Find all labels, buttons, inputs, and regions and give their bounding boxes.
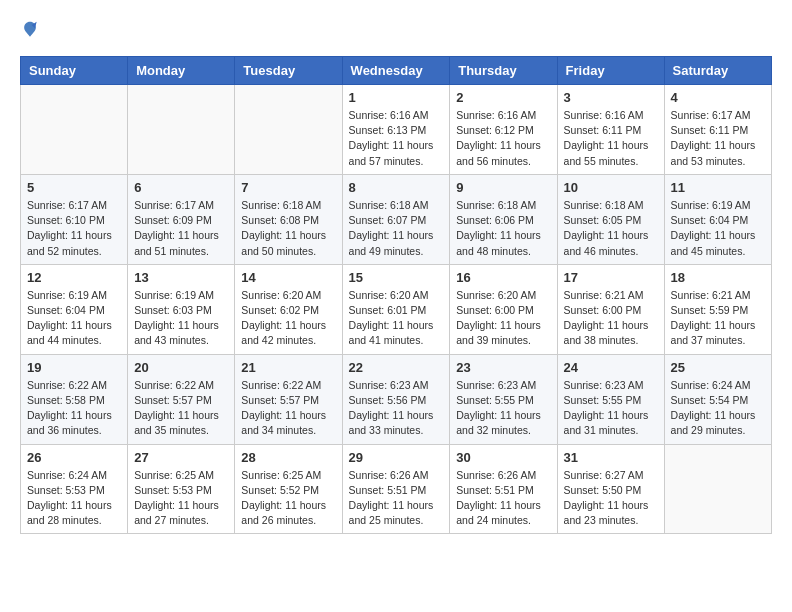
calendar-cell: 1Sunrise: 6:16 AM Sunset: 6:13 PM Daylig… <box>342 85 450 175</box>
day-info: Sunrise: 6:23 AM Sunset: 5:55 PM Dayligh… <box>456 378 550 439</box>
calendar-cell: 30Sunrise: 6:26 AM Sunset: 5:51 PM Dayli… <box>450 444 557 534</box>
day-info: Sunrise: 6:19 AM Sunset: 6:04 PM Dayligh… <box>27 288 121 349</box>
day-info: Sunrise: 6:17 AM Sunset: 6:10 PM Dayligh… <box>27 198 121 259</box>
calendar-cell: 17Sunrise: 6:21 AM Sunset: 6:00 PM Dayli… <box>557 264 664 354</box>
calendar-header-friday: Friday <box>557 57 664 85</box>
day-number: 29 <box>349 450 444 465</box>
day-number: 15 <box>349 270 444 285</box>
day-number: 19 <box>27 360 121 375</box>
calendar-cell: 15Sunrise: 6:20 AM Sunset: 6:01 PM Dayli… <box>342 264 450 354</box>
day-info: Sunrise: 6:20 AM Sunset: 6:02 PM Dayligh… <box>241 288 335 349</box>
calendar-header-saturday: Saturday <box>664 57 771 85</box>
calendar-cell: 12Sunrise: 6:19 AM Sunset: 6:04 PM Dayli… <box>21 264 128 354</box>
day-info: Sunrise: 6:18 AM Sunset: 6:08 PM Dayligh… <box>241 198 335 259</box>
calendar-cell <box>235 85 342 175</box>
day-info: Sunrise: 6:23 AM Sunset: 5:55 PM Dayligh… <box>564 378 658 439</box>
calendar-cell: 20Sunrise: 6:22 AM Sunset: 5:57 PM Dayli… <box>128 354 235 444</box>
calendar-cell: 19Sunrise: 6:22 AM Sunset: 5:58 PM Dayli… <box>21 354 128 444</box>
day-number: 18 <box>671 270 765 285</box>
calendar-cell: 4Sunrise: 6:17 AM Sunset: 6:11 PM Daylig… <box>664 85 771 175</box>
day-info: Sunrise: 6:18 AM Sunset: 6:05 PM Dayligh… <box>564 198 658 259</box>
day-info: Sunrise: 6:16 AM Sunset: 6:12 PM Dayligh… <box>456 108 550 169</box>
day-number: 25 <box>671 360 765 375</box>
day-number: 9 <box>456 180 550 195</box>
day-number: 8 <box>349 180 444 195</box>
calendar-header-row: SundayMondayTuesdayWednesdayThursdayFrid… <box>21 57 772 85</box>
calendar-cell: 31Sunrise: 6:27 AM Sunset: 5:50 PM Dayli… <box>557 444 664 534</box>
day-info: Sunrise: 6:24 AM Sunset: 5:54 PM Dayligh… <box>671 378 765 439</box>
page-header <box>20 20 772 40</box>
calendar-cell: 16Sunrise: 6:20 AM Sunset: 6:00 PM Dayli… <box>450 264 557 354</box>
day-info: Sunrise: 6:22 AM Sunset: 5:57 PM Dayligh… <box>134 378 228 439</box>
day-number: 26 <box>27 450 121 465</box>
calendar-week-row: 5Sunrise: 6:17 AM Sunset: 6:10 PM Daylig… <box>21 174 772 264</box>
day-info: Sunrise: 6:19 AM Sunset: 6:03 PM Dayligh… <box>134 288 228 349</box>
calendar-cell: 11Sunrise: 6:19 AM Sunset: 6:04 PM Dayli… <box>664 174 771 264</box>
day-number: 13 <box>134 270 228 285</box>
day-number: 6 <box>134 180 228 195</box>
day-info: Sunrise: 6:18 AM Sunset: 6:06 PM Dayligh… <box>456 198 550 259</box>
day-info: Sunrise: 6:21 AM Sunset: 5:59 PM Dayligh… <box>671 288 765 349</box>
day-number: 28 <box>241 450 335 465</box>
day-number: 31 <box>564 450 658 465</box>
day-info: Sunrise: 6:16 AM Sunset: 6:11 PM Dayligh… <box>564 108 658 169</box>
day-info: Sunrise: 6:16 AM Sunset: 6:13 PM Dayligh… <box>349 108 444 169</box>
day-info: Sunrise: 6:20 AM Sunset: 6:01 PM Dayligh… <box>349 288 444 349</box>
day-number: 3 <box>564 90 658 105</box>
calendar-cell: 9Sunrise: 6:18 AM Sunset: 6:06 PM Daylig… <box>450 174 557 264</box>
day-info: Sunrise: 6:17 AM Sunset: 6:09 PM Dayligh… <box>134 198 228 259</box>
calendar-cell: 7Sunrise: 6:18 AM Sunset: 6:08 PM Daylig… <box>235 174 342 264</box>
calendar-cell <box>664 444 771 534</box>
calendar-cell: 8Sunrise: 6:18 AM Sunset: 6:07 PM Daylig… <box>342 174 450 264</box>
calendar-cell: 10Sunrise: 6:18 AM Sunset: 6:05 PM Dayli… <box>557 174 664 264</box>
calendar-cell <box>128 85 235 175</box>
day-info: Sunrise: 6:23 AM Sunset: 5:56 PM Dayligh… <box>349 378 444 439</box>
calendar-week-row: 12Sunrise: 6:19 AM Sunset: 6:04 PM Dayli… <box>21 264 772 354</box>
calendar-cell: 6Sunrise: 6:17 AM Sunset: 6:09 PM Daylig… <box>128 174 235 264</box>
calendar-week-row: 1Sunrise: 6:16 AM Sunset: 6:13 PM Daylig… <box>21 85 772 175</box>
logo <box>20 20 44 40</box>
calendar-cell: 22Sunrise: 6:23 AM Sunset: 5:56 PM Dayli… <box>342 354 450 444</box>
day-number: 16 <box>456 270 550 285</box>
day-info: Sunrise: 6:24 AM Sunset: 5:53 PM Dayligh… <box>27 468 121 529</box>
day-info: Sunrise: 6:21 AM Sunset: 6:00 PM Dayligh… <box>564 288 658 349</box>
logo-icon <box>20 20 40 40</box>
calendar-week-row: 26Sunrise: 6:24 AM Sunset: 5:53 PM Dayli… <box>21 444 772 534</box>
calendar-cell: 27Sunrise: 6:25 AM Sunset: 5:53 PM Dayli… <box>128 444 235 534</box>
calendar-cell: 13Sunrise: 6:19 AM Sunset: 6:03 PM Dayli… <box>128 264 235 354</box>
day-info: Sunrise: 6:26 AM Sunset: 5:51 PM Dayligh… <box>349 468 444 529</box>
day-info: Sunrise: 6:19 AM Sunset: 6:04 PM Dayligh… <box>671 198 765 259</box>
calendar-week-row: 19Sunrise: 6:22 AM Sunset: 5:58 PM Dayli… <box>21 354 772 444</box>
day-number: 4 <box>671 90 765 105</box>
day-number: 14 <box>241 270 335 285</box>
day-number: 12 <box>27 270 121 285</box>
day-info: Sunrise: 6:20 AM Sunset: 6:00 PM Dayligh… <box>456 288 550 349</box>
calendar-cell: 25Sunrise: 6:24 AM Sunset: 5:54 PM Dayli… <box>664 354 771 444</box>
calendar-cell: 18Sunrise: 6:21 AM Sunset: 5:59 PM Dayli… <box>664 264 771 354</box>
day-number: 11 <box>671 180 765 195</box>
calendar-cell: 2Sunrise: 6:16 AM Sunset: 6:12 PM Daylig… <box>450 85 557 175</box>
day-number: 23 <box>456 360 550 375</box>
calendar-cell: 28Sunrise: 6:25 AM Sunset: 5:52 PM Dayli… <box>235 444 342 534</box>
day-number: 21 <box>241 360 335 375</box>
day-number: 30 <box>456 450 550 465</box>
calendar-header-tuesday: Tuesday <box>235 57 342 85</box>
day-number: 22 <box>349 360 444 375</box>
day-info: Sunrise: 6:18 AM Sunset: 6:07 PM Dayligh… <box>349 198 444 259</box>
calendar-cell <box>21 85 128 175</box>
calendar-header-sunday: Sunday <box>21 57 128 85</box>
day-number: 7 <box>241 180 335 195</box>
day-number: 10 <box>564 180 658 195</box>
calendar-cell: 24Sunrise: 6:23 AM Sunset: 5:55 PM Dayli… <box>557 354 664 444</box>
day-info: Sunrise: 6:26 AM Sunset: 5:51 PM Dayligh… <box>456 468 550 529</box>
day-info: Sunrise: 6:17 AM Sunset: 6:11 PM Dayligh… <box>671 108 765 169</box>
calendar-cell: 29Sunrise: 6:26 AM Sunset: 5:51 PM Dayli… <box>342 444 450 534</box>
day-number: 1 <box>349 90 444 105</box>
day-info: Sunrise: 6:25 AM Sunset: 5:52 PM Dayligh… <box>241 468 335 529</box>
calendar-table: SundayMondayTuesdayWednesdayThursdayFrid… <box>20 56 772 534</box>
day-info: Sunrise: 6:22 AM Sunset: 5:58 PM Dayligh… <box>27 378 121 439</box>
calendar-header-thursday: Thursday <box>450 57 557 85</box>
calendar-cell: 23Sunrise: 6:23 AM Sunset: 5:55 PM Dayli… <box>450 354 557 444</box>
day-info: Sunrise: 6:25 AM Sunset: 5:53 PM Dayligh… <box>134 468 228 529</box>
day-info: Sunrise: 6:22 AM Sunset: 5:57 PM Dayligh… <box>241 378 335 439</box>
